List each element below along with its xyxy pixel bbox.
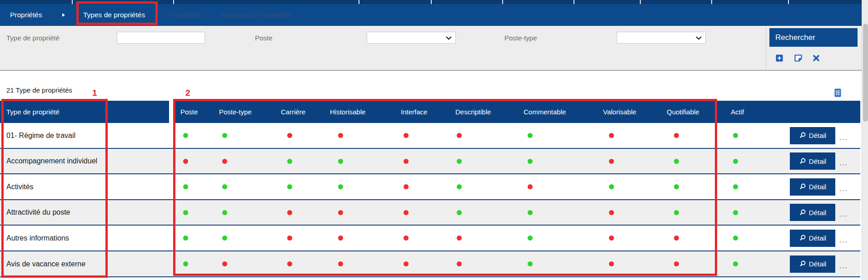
dot-descriptible — [457, 210, 462, 215]
menu-separator — [711, 0, 712, 4]
results-count: 21 Type de propriétés — [6, 86, 72, 94]
dot-poste — [183, 261, 188, 266]
dot-quotifiable — [674, 236, 679, 241]
add-icon[interactable] — [776, 54, 783, 62]
dot-commentable — [528, 184, 533, 189]
dot-valorisable — [609, 210, 614, 215]
dot-quotifiable — [674, 159, 679, 164]
dot-interface — [404, 236, 409, 241]
table-grid-icon[interactable] — [834, 88, 841, 99]
annotation-digit-2: 2 — [185, 88, 190, 98]
dot-carriere — [287, 133, 292, 138]
magnifier-icon — [799, 132, 806, 139]
detail-button[interactable]: Détail — [790, 204, 835, 221]
row-more-ellipsis[interactable]: ... — [839, 185, 848, 192]
menu-proprietes[interactable]: Propriétés — [10, 4, 42, 26]
dot-interface — [404, 159, 409, 164]
menu-separator — [359, 0, 359, 4]
row-more-ellipsis[interactable]: ... — [839, 210, 848, 218]
menu-separator — [640, 0, 641, 4]
row-more-ellipsis[interactable]: ... — [839, 159, 848, 167]
row-label: Autres informations — [6, 226, 107, 251]
dot-actif — [733, 133, 738, 138]
column-header-quotifiable: Quotifiable — [667, 101, 699, 123]
poste-label: Poste — [255, 34, 272, 42]
poste-select[interactable] — [367, 32, 456, 44]
row-more-ellipsis[interactable]: ... — [839, 236, 848, 244]
dot-descriptible — [457, 184, 462, 189]
rechercher-button[interactable]: Rechercher — [769, 28, 858, 47]
row-more-ellipsis[interactable]: ... — [839, 133, 848, 141]
dot-quotifiable — [674, 261, 679, 266]
dot-commentable — [528, 133, 533, 138]
detail-button[interactable]: Détail — [790, 152, 835, 170]
dot-valorisable — [609, 184, 614, 189]
magnifier-icon — [799, 260, 806, 267]
dot-actif — [733, 184, 738, 189]
detail-button[interactable]: Détail — [790, 255, 835, 273]
dot-descriptible — [457, 159, 462, 164]
dot-carriere — [287, 184, 292, 189]
dot-poste — [183, 133, 188, 138]
caret-right-icon — [62, 13, 65, 17]
annotation-digit-1: 1 — [92, 88, 97, 98]
row-label: Activités — [6, 174, 107, 199]
dot-poste-type — [222, 236, 227, 241]
dot-carriere — [287, 236, 292, 241]
row-label: Attractivité du poste — [6, 200, 107, 225]
chevron-down-icon — [696, 36, 702, 40]
dot-commentable — [528, 261, 533, 266]
dot-interface — [404, 261, 409, 266]
form-divider — [766, 28, 766, 68]
menu-separator — [574, 0, 574, 4]
dot-historisable — [338, 133, 343, 138]
table-row: Avis de vacance externeDétail... — [0, 251, 860, 277]
column-header-valorisable: Valorisable — [603, 101, 636, 123]
row-more-ellipsis[interactable]: ... — [839, 262, 848, 270]
column-header-poste: Poste — [180, 101, 198, 123]
dot-actif — [733, 210, 738, 215]
poste-type-label: Poste-type — [504, 34, 537, 42]
dot-actif — [733, 236, 738, 241]
dot-poste-type — [222, 159, 227, 164]
top-menu-strip — [0, 0, 868, 4]
column-header-commentable: Commentable — [524, 101, 566, 123]
detail-button[interactable]: Détail — [790, 127, 835, 144]
menu-separator — [72, 0, 73, 4]
dot-historisable — [338, 159, 343, 164]
note-icon[interactable] — [794, 54, 802, 62]
type-de-propriete-input[interactable] — [117, 32, 205, 44]
magnifier-icon — [799, 235, 806, 241]
dot-quotifiable — [674, 133, 679, 138]
detail-button[interactable]: Détail — [790, 230, 835, 247]
row-label: Accompagnement individuel — [6, 149, 107, 173]
tab-proprietes[interactable]: Propriétés — [169, 4, 201, 26]
column-header-actif: Actif — [731, 101, 744, 123]
search-panel: Type de propriété Poste Poste-type Reche… — [0, 26, 868, 71]
dot-poste — [183, 184, 188, 189]
magnifier-icon — [799, 158, 806, 165]
dot-descriptible — [457, 236, 462, 241]
dot-historisable — [338, 210, 343, 215]
clear-icon[interactable] — [813, 54, 820, 62]
dot-valorisable — [609, 159, 614, 164]
dot-commentable — [528, 159, 533, 164]
chevron-down-icon — [446, 36, 452, 40]
scrollbar-track[interactable] — [862, 0, 868, 280]
menu-separator — [173, 0, 174, 4]
tab-groupes-de-proprietes[interactable]: Groupes de Propriétés — [220, 4, 291, 26]
dot-valorisable — [609, 236, 614, 241]
dot-commentable — [528, 210, 533, 215]
tab-types-de-proprietes[interactable]: Types de propriétés — [83, 4, 145, 26]
detail-button[interactable]: Détail — [790, 178, 835, 196]
table-row: 01- Régime de travailDétail... — [0, 123, 860, 149]
dot-carriere — [287, 159, 292, 164]
dot-poste — [183, 210, 188, 215]
dot-poste-type — [222, 133, 227, 138]
dot-historisable — [338, 261, 343, 266]
scrollbar-thumb[interactable] — [863, 24, 868, 122]
dot-quotifiable — [674, 184, 679, 189]
poste-type-select[interactable] — [617, 32, 706, 44]
dot-interface — [404, 210, 409, 215]
detail-button-label: Détail — [809, 157, 826, 165]
